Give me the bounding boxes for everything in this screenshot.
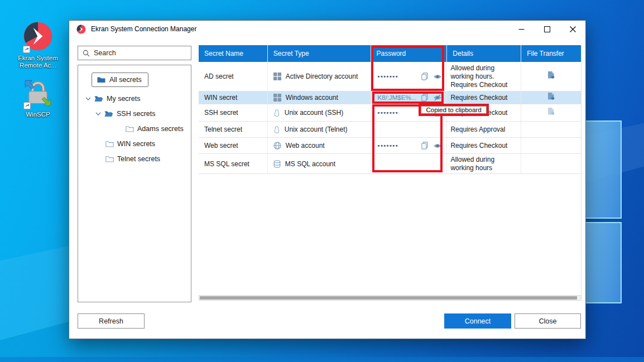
tree-item-win-secrets[interactable]: WIN secrets: [78, 136, 191, 151]
secret-name: Web secret: [199, 138, 267, 153]
details: Requires Checkout: [446, 138, 521, 153]
secret-type: Web account: [267, 138, 371, 153]
close-button[interactable]: [560, 21, 585, 37]
secret-name: WIN secret: [199, 91, 267, 104]
folder-outline-icon: [126, 126, 134, 132]
folder-open-icon: [94, 95, 103, 102]
shortcut-arrow-icon: [23, 46, 30, 53]
secret-name: MS SQL secret: [199, 154, 267, 173]
database-icon: [273, 160, 281, 168]
search-icon: [83, 50, 90, 57]
password-value: •••••••: [378, 73, 398, 80]
tree-item-label: Telnet secrets: [117, 155, 160, 163]
table-row-telnet-secret[interactable]: Telnet secret Unix account (Telnet) Requ…: [199, 122, 581, 138]
horizontal-scrollbar[interactable]: [199, 295, 581, 301]
folder-icon: [97, 76, 105, 83]
folder-outline-icon: [105, 141, 114, 147]
shortcut-arrow-icon: [23, 102, 31, 109]
password-value: •••••••: [378, 109, 398, 116]
tree-item-label: WIN secrets: [117, 140, 155, 148]
column-header-password[interactable]: Password: [371, 45, 447, 62]
copy-password-icon[interactable]: [421, 94, 429, 102]
password-cell-empty: [371, 122, 447, 137]
windows-logo-icon: [273, 94, 281, 102]
password-value: •••••••: [378, 142, 398, 149]
window-title: Ekran System Connection Manager: [91, 25, 196, 33]
table-row-ssh-secret[interactable]: SSH secret Unix account (SSH) ••••••• Re…: [199, 104, 581, 122]
file-transfer-icon[interactable]: [546, 71, 556, 82]
secret-type: Unix account (SSH): [267, 104, 371, 121]
tree-item-ssh-secrets[interactable]: SSH secrets: [78, 106, 191, 121]
wallpaper-window-logo: [583, 120, 622, 305]
tree-item-adams-secrets[interactable]: Adams secrets: [78, 121, 191, 136]
details: Allowed during working hours. Requires C…: [446, 62, 521, 91]
windows-logo-icon: [273, 73, 281, 80]
connect-button-label: Connect: [465, 317, 491, 325]
tree-item-label: Adams secrets: [137, 125, 184, 133]
secrets-tree-panel: All secrets My secrets: [78, 65, 191, 302]
unix-tux-icon: [273, 109, 280, 117]
hide-password-eye-slash-icon[interactable]: [433, 94, 442, 101]
desktop-icon-winscp[interactable]: WinSCP: [9, 79, 67, 118]
tree-item-label: My secrets: [107, 95, 140, 103]
refresh-button[interactable]: Refresh: [78, 313, 145, 329]
tree-item-telnet-secrets[interactable]: Telnet secrets: [78, 151, 191, 166]
folder-outline-icon: [105, 156, 114, 162]
secret-type-label: MS SQL account: [285, 160, 335, 168]
close-button-label: Close: [539, 317, 557, 325]
unix-tux-icon: [273, 126, 280, 134]
secrets-table: Secret Name Secret Type Password Details…: [199, 45, 581, 301]
tree-item-my-secrets[interactable]: My secrets: [78, 91, 191, 106]
tree-item-label: SSH secrets: [117, 110, 155, 118]
minimize-button[interactable]: [508, 21, 534, 37]
search-box[interactable]: [78, 46, 191, 60]
secret-type-label: Unix account (Telnet): [285, 126, 348, 133]
details: Requires Checkout: [446, 91, 521, 104]
search-input[interactable]: [94, 49, 177, 57]
desktop: Ekran System Remote Ac... WinSCP: [0, 0, 644, 362]
copy-password-icon[interactable]: [434, 109, 442, 117]
refresh-button-label: Refresh: [99, 317, 123, 325]
file-transfer-icon[interactable]: [546, 92, 556, 103]
table-row-ad-secret[interactable]: AD secret Active Directory account •••••…: [199, 62, 581, 91]
maximize-button[interactable]: [534, 21, 560, 37]
column-header-secret-name[interactable]: Secret Name: [199, 45, 267, 62]
copy-password-icon[interactable]: [421, 73, 429, 80]
details: Requires Checkout: [446, 104, 521, 121]
secret-type-label: Windows account: [286, 94, 338, 102]
table-row-win-secret[interactable]: WIN secret Windows account K8/:JM$E%...: [199, 91, 581, 104]
password-cell: •••••••: [371, 62, 447, 91]
secret-type-label: Web account: [286, 142, 325, 149]
desktop-icon-label: Remote Ac...: [9, 62, 67, 69]
secret-name: Telnet secret: [199, 122, 267, 137]
details: Requires Approval: [446, 122, 521, 137]
scrollbar-thumb[interactable]: [200, 296, 577, 300]
column-header-secret-type[interactable]: Secret Type: [267, 45, 371, 62]
reveal-password-eye-icon[interactable]: [433, 74, 442, 80]
chevron-down-icon: [85, 96, 91, 101]
taskbar[interactable]: [0, 357, 644, 362]
desktop-icon-ekran-remote[interactable]: Ekran System Remote Ac...: [9, 21, 67, 69]
tree-item-all-secrets[interactable]: All secrets: [92, 73, 148, 87]
connect-button[interactable]: Connect: [444, 313, 511, 329]
reveal-password-eye-icon[interactable]: [433, 143, 442, 149]
column-header-file-transfer[interactable]: File Transfer: [521, 45, 581, 62]
copy-password-icon[interactable]: [421, 142, 429, 149]
tree-item-label: All secrets: [109, 76, 142, 84]
column-header-details[interactable]: Details: [446, 45, 521, 62]
table-row-mssql-secret[interactable]: MS SQL secret MS SQL account Allowed dur…: [199, 154, 581, 174]
ekran-logo-icon: [76, 25, 86, 34]
password-value-revealed: K8/:JM$E%...: [378, 94, 417, 101]
close-dialog-button[interactable]: Close: [515, 313, 581, 329]
secret-type-label: Active Directory account: [286, 73, 358, 80]
details: Allowed during working hours: [446, 154, 521, 173]
folder-open-icon: [104, 110, 113, 117]
desktop-icon-label: WinSCP: [9, 111, 67, 118]
password-cell: •••••••: [371, 138, 447, 153]
connection-manager-window: Ekran System Connection Manager: [69, 20, 586, 339]
secret-name: SSH secret: [199, 104, 267, 121]
secret-type: Active Directory account: [267, 62, 371, 91]
table-header: Secret Name Secret Type Password Details…: [199, 45, 581, 62]
table-row-web-secret[interactable]: Web secret Web account ••••••• Req: [199, 138, 581, 154]
chevron-down-icon: [95, 112, 101, 116]
